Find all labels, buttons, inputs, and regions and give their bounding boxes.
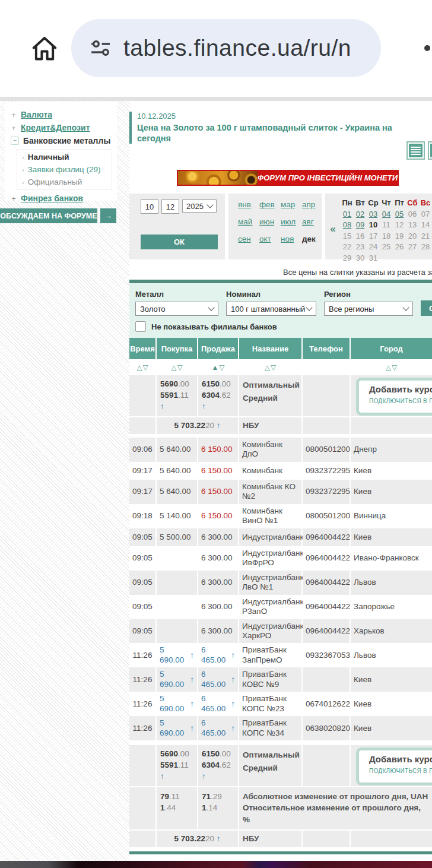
- row-time: 09:05: [129, 528, 155, 546]
- month-link-фев[interactable]: фев: [259, 200, 277, 209]
- table-row[interactable]: 09:17 5 640.00 6 150.00 Коминбанк КО №2 …: [129, 480, 432, 504]
- col-header-name[interactable]: Название: [239, 338, 301, 359]
- row-sell: 6 300.00: [198, 546, 238, 571]
- sort-name[interactable]: △▽: [239, 359, 301, 375]
- year-select[interactable]: 2025: [182, 199, 217, 213]
- url-bar[interactable]: tables.finance.ua/ru/n: [71, 19, 381, 77]
- sort-asc-icon[interactable]: △: [265, 364, 270, 371]
- sort-desc-icon[interactable]: ▽: [177, 364, 183, 371]
- month-link-май[interactable]: май: [238, 217, 256, 226]
- submenu-label[interactable]: Официальный: [28, 178, 82, 186]
- table-row[interactable]: 09:18 5 140.00 6 150.00 Коминбанк ВинО №…: [129, 504, 432, 528]
- calendar-day-21: 21: [419, 232, 432, 240]
- sort-city[interactable]: △▽: [351, 359, 432, 375]
- list-view-icon[interactable]: [406, 141, 425, 160]
- table-row[interactable]: 09:06 5 640.00 6 150.00 Коминбанк ДпО 08…: [129, 438, 432, 462]
- filter-ok-button[interactable]: ОК: [421, 300, 432, 316]
- col-header-time[interactable]: Время: [129, 338, 155, 359]
- calendar-day-09[interactable]: 09: [354, 220, 367, 229]
- calendar-day-04[interactable]: 04: [380, 210, 393, 218]
- month-link-сен[interactable]: сен: [238, 235, 256, 243]
- month-link-июн[interactable]: июн: [259, 217, 277, 226]
- month-input[interactable]: 12: [161, 199, 179, 214]
- col-header-buy[interactable]: Покупка: [157, 338, 197, 359]
- col-header-city[interactable]: Город: [351, 338, 432, 359]
- expand-plus-icon[interactable]: +: [11, 194, 17, 203]
- nbu-label: НБУ: [239, 417, 301, 434]
- col-header-sell[interactable]: Продажа: [198, 338, 238, 359]
- expand-plus-icon[interactable]: +: [11, 110, 17, 119]
- forum-arrow-button[interactable]: →: [100, 208, 116, 223]
- table-row[interactable]: 09:17 5 640.00 6 150.00 Коминбанк 093237…: [129, 462, 432, 480]
- submenu-label[interactable]: Наличный: [28, 153, 69, 161]
- calendar-day-08[interactable]: 08: [341, 220, 354, 229]
- site-settings-icon[interactable]: [89, 36, 113, 60]
- table-row[interactable]: 11:26 5 690.00 ↑ 6 465.00 ↑ ПриватБанк К…: [129, 667, 432, 692]
- sidebar-item-currency[interactable]: + Валюта: [5, 108, 117, 121]
- add-rates-subtitle[interactable]: ПОДКЛЮЧИТЬСЯ В ПОРТ: [369, 397, 432, 406]
- sidebar-item-finrez[interactable]: + Финрез банков: [5, 192, 117, 205]
- sort-desc-icon[interactable]: ▽: [143, 364, 148, 371]
- month-link-мар[interactable]: мар: [281, 200, 298, 209]
- calendar-day-01[interactable]: 01: [341, 210, 354, 218]
- sort-sell[interactable]: ▲▽: [198, 359, 238, 375]
- month-link-июл[interactable]: июл: [281, 217, 298, 226]
- region-select[interactable]: Все регионы: [324, 302, 413, 316]
- month-link-авг[interactable]: авг: [302, 217, 320, 226]
- month-link-окт[interactable]: окт: [259, 235, 277, 243]
- sidebar-item-label[interactable]: Валюта: [21, 110, 52, 119]
- chevron-right-icon: ›: [22, 179, 24, 186]
- metal-select[interactable]: Золото: [135, 302, 218, 316]
- submenu-item-applications[interactable]: › Заявки физлиц (29): [17, 163, 112, 176]
- sort-desc-icon[interactable]: ▽: [219, 364, 224, 371]
- submenu-item-official[interactable]: › Официальный: [17, 176, 112, 188]
- add-rates-button[interactable]: Добавить курсы ПОДКЛЮЧИТЬСЯ В ПОРТ: [356, 747, 432, 785]
- sidebar-item-label[interactable]: Кредит&Депозит: [21, 123, 90, 132]
- sort-asc-icon[interactable]: △: [136, 364, 142, 371]
- table-row[interactable]: 11:26 5 690.00 ↑ 6 465.00 ↑ ПриватБанк К…: [129, 692, 432, 716]
- forum-button[interactable]: ОБСУЖДАЕМ НА ФОРУМЕ: [0, 208, 97, 223]
- submenu-item-cash[interactable]: › Наличный: [17, 151, 112, 163]
- table-row[interactable]: 11:26 5 690.00 ↑ 6 465.00 ↑ ПриватБанк З…: [129, 643, 432, 667]
- table-row[interactable]: 09:05 6 300.00 Индустриалбанк ЛвО №1 096…: [129, 571, 432, 595]
- row-time: 09:17: [129, 480, 155, 504]
- table-row[interactable]: 09:05 6 300.00 Индустриалбанк РЗапО 0964…: [129, 595, 432, 619]
- calendar-prev-icon[interactable]: «: [325, 198, 341, 259]
- url-text[interactable]: tables.finance.ua/ru/n: [123, 35, 351, 61]
- sort-asc-icon[interactable]: △: [171, 364, 176, 371]
- ad-banner[interactable]: ФОРУМ ПРО ІНВЕСТИЦІЙНІ МОНЕТИ: [177, 170, 399, 186]
- calendar-day-02[interactable]: 02: [354, 210, 367, 218]
- add-rates-subtitle[interactable]: ПОДКЛЮЧИТЬСЯ В ПОРТ: [369, 767, 432, 775]
- sidebar-item-bank-metals[interactable]: − Банковские металлы: [5, 134, 117, 147]
- sort-desc-icon[interactable]: ▽: [271, 364, 276, 371]
- table-row[interactable]: 11:26 5 690.00 ↑ 6 465.00 ↑ ПриватБанк К…: [129, 716, 432, 740]
- day-input[interactable]: 10: [141, 199, 158, 214]
- date-ok-button[interactable]: ОК: [141, 235, 218, 249]
- table-row[interactable]: 09:05 5 500.00 6 300.00 Индустриалбанк 0…: [129, 528, 432, 546]
- hide-branches-checkbox[interactable]: [135, 321, 146, 332]
- nominal-select[interactable]: 100 г штампованный слит: [226, 302, 316, 316]
- month-link-янв[interactable]: янв: [238, 200, 256, 209]
- expand-plus-icon[interactable]: +: [11, 123, 17, 132]
- ad-banner-text[interactable]: ФОРУМ ПРО ІНВЕСТИЦІЙНІ МОНЕТИ: [258, 171, 398, 185]
- table-row[interactable]: 09:05 6 300.00 Индустриалбанк ХаркРО 096…: [129, 619, 432, 644]
- overflow-menu-icon[interactable]: [424, 45, 430, 51]
- calendar-day-03[interactable]: 03: [367, 210, 380, 218]
- col-header-phone[interactable]: Телефон: [303, 338, 350, 359]
- table-row[interactable]: 09:05 6 300.00 Индустриалбанк ИвФрРО 096…: [129, 546, 432, 571]
- collapse-minus-icon[interactable]: −: [11, 137, 19, 145]
- sort-asc-active-icon[interactable]: ▲: [211, 364, 218, 371]
- sidebar-item-credit-deposit[interactable]: + Кредит&Депозит: [5, 121, 117, 134]
- sort-desc-icon[interactable]: ▽: [392, 364, 397, 371]
- sort-time[interactable]: △▽: [129, 359, 155, 375]
- sort-buy[interactable]: △▽: [157, 359, 197, 375]
- sort-asc-icon[interactable]: △: [386, 364, 391, 371]
- month-link-ноя[interactable]: ноя: [281, 235, 298, 243]
- calendar-day-05[interactable]: 05: [393, 210, 406, 218]
- sidebar-item-label[interactable]: Финрез банков: [21, 194, 83, 203]
- home-icon[interactable]: [30, 34, 59, 64]
- add-rates-button[interactable]: Добавить курсы ПОДКЛЮЧИТЬСЯ В ПОРТ: [356, 378, 432, 416]
- month-link-апр[interactable]: апр: [302, 200, 320, 209]
- grid-view-icon[interactable]: [428, 141, 432, 160]
- submenu-label[interactable]: Заявки физлиц (29): [28, 165, 101, 174]
